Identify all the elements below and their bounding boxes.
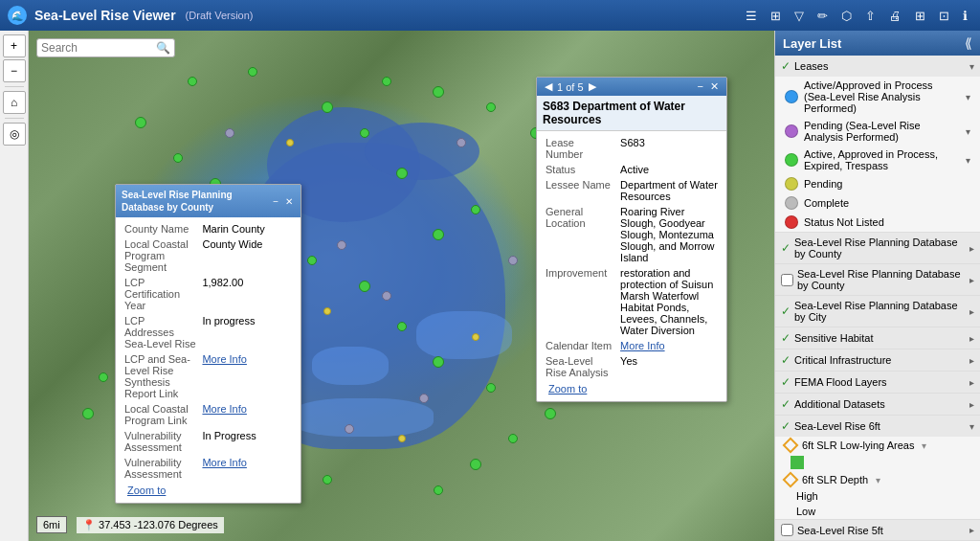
lease-popup-close[interactable]: ✕: [708, 80, 721, 93]
lcp-synthesis-value[interactable]: More Info: [199, 351, 295, 401]
layer-panel: Layer List ⟪ ✓ Leases ▾ Active/Approved …: [774, 31, 980, 541]
layer-group-slr-county-2-header[interactable]: Sea-Level Rise Planning Database by Coun…: [775, 264, 980, 295]
layer-group-slr-5ft-header[interactable]: Sea-Level Rise 5ft ▸: [775, 520, 980, 540]
county-name-label: County Name: [122, 221, 199, 237]
checkmark-icon-city: ✓: [781, 304, 791, 318]
lease-popup-minimize[interactable]: −: [696, 80, 705, 92]
county-zoom-to[interactable]: Zoom to: [122, 482, 295, 499]
layer-group-critical: ✓ Critical Infrastructure ▸: [775, 349, 980, 372]
options-icon-depth[interactable]: ▾: [876, 475, 880, 485]
checkmark-icon-fema: ✓: [781, 375, 791, 389]
info-icon-btn[interactable]: ℹ: [958, 7, 972, 25]
zoom-in-button[interactable]: +: [3, 34, 26, 57]
table-row: LCP Certification Year 1,982.00: [122, 275, 295, 313]
nav-prev[interactable]: ◀: [543, 80, 554, 93]
home-button[interactable]: ⌂: [3, 91, 26, 114]
layer-group-slr-6ft: ✓ Sea-Level Rise 6ft ▾ 6ft SLR Low-lying…: [775, 416, 980, 520]
fema-label: FEMA Flood Layers: [794, 376, 887, 388]
layer-group-slr-city-header[interactable]: ✓ Sea-Level Rise Planning Database by Ci…: [775, 296, 980, 327]
chevron-right-icon-5ft: ▸: [969, 525, 974, 535]
more-info-link-2[interactable]: More Info: [202, 403, 246, 415]
layer-group-additional-header[interactable]: ✓ Additional Datasets ▸: [775, 394, 980, 415]
layer-group-fema: ✓ FEMA Flood Layers ▸: [775, 372, 980, 394]
zoom-out-button[interactable]: −: [3, 59, 26, 82]
options-icon-3[interactable]: ▾: [966, 155, 970, 166]
list-item[interactable]: Active/Approved in Process (Sea-Level Ri…: [775, 77, 980, 117]
list-item[interactable]: Active, Approved in Process, Expired, Tr…: [775, 146, 980, 174]
grid-icon-btn[interactable]: ⊞: [910, 7, 930, 25]
calendar-more-info[interactable]: More Info: [620, 340, 664, 351]
options-icon-1[interactable]: ▾: [966, 92, 970, 102]
list-item[interactable]: Complete: [775, 193, 980, 213]
layer-group-slr-city: ✓ Sea-Level Rise Planning Database by Ci…: [775, 296, 980, 327]
vuln-assess-link-label: Vulnerability Assessment: [122, 455, 199, 482]
expand-icon-btn[interactable]: ⊡: [934, 7, 954, 25]
lcp-link-label: Local Coastal Program Link: [122, 401, 199, 428]
layer-group-fema-header[interactable]: ✓ FEMA Flood Layers ▸: [775, 372, 980, 393]
options-icon-2[interactable]: ▾: [966, 126, 970, 137]
layer-panel-collapse[interactable]: ⟪: [965, 35, 972, 51]
slr-5ft-checkbox[interactable]: [781, 524, 793, 536]
more-info-link-3[interactable]: More Info: [202, 457, 246, 468]
coordinates-text: 37.453 -123.076 Degrees: [99, 519, 218, 530]
lcp-cert-year-label: LCP Certification Year: [122, 275, 199, 313]
county-name-value: Marin County: [199, 221, 295, 237]
list-item: High: [775, 488, 980, 504]
edit-icon-btn[interactable]: ✏: [813, 7, 833, 25]
list-item[interactable]: Pending (Sea-Level Rise Analysis Perform…: [775, 117, 980, 146]
list-item[interactable]: Status Not Listed: [775, 213, 980, 232]
layer-group-sensitive-header[interactable]: ✓ Sensitive Habitat ▸: [775, 327, 980, 349]
county-popup-title: Sea-Level Rise Planning Database by Coun…: [122, 189, 271, 214]
layers-icon-btn[interactable]: ⊞: [766, 7, 786, 25]
more-info-link-1[interactable]: More Info: [202, 353, 246, 365]
county-popup-close[interactable]: ✕: [283, 196, 295, 207]
options-icon-low-lying[interactable]: ▾: [922, 440, 926, 451]
map-container[interactable]: 🔍 Sea-Level Rise Planning Database by Co…: [29, 31, 774, 541]
slr-county-2-checkbox[interactable]: [781, 274, 793, 286]
search-input[interactable]: [41, 41, 156, 55]
share-icon-btn[interactable]: ⇧: [860, 7, 880, 25]
filter-icon-btn[interactable]: ▽: [790, 7, 809, 25]
layer-group-leases: ✓ Leases ▾ Active/Approved in Process (S…: [775, 56, 980, 233]
layer-group-leases-header[interactable]: ✓ Leases ▾: [775, 56, 980, 77]
layer-group-slr-county-1-header[interactable]: ✓ Sea-Level Rise Planning Database by Co…: [775, 233, 980, 263]
calendar-value[interactable]: More Info: [617, 338, 721, 353]
layer-group-slr-5ft: Sea-Level Rise 5ft ▸: [775, 520, 980, 541]
layer-group-slr-6ft-header[interactable]: ✓ Sea-Level Rise 6ft ▾: [775, 416, 980, 437]
lease-popup-body: Lease Number S683 Status Active Lessee N…: [537, 131, 726, 401]
table-row: Vulnerability Assessment More Info: [122, 455, 295, 482]
list-item: Low: [775, 504, 980, 519]
toolbar-divider: [5, 86, 24, 87]
print-icon-btn[interactable]: 🖨: [884, 7, 906, 25]
layer-group-critical-header[interactable]: ✓ Critical Infrastructure ▸: [775, 349, 980, 371]
list-item[interactable]: Pending: [775, 174, 980, 193]
draw-icon-btn[interactable]: ⬡: [836, 7, 857, 25]
layer-group-sensitive: ✓ Sensitive Habitat ▸: [775, 327, 980, 349]
list-item[interactable]: 6ft SLR Low-lying Areas ▾: [775, 437, 980, 454]
lease-popup-nav: ◀ 1 of 5 ▶ − ✕: [537, 78, 726, 96]
vuln-assess-link-value[interactable]: More Info: [199, 455, 295, 482]
search-button[interactable]: 🔍: [156, 41, 170, 55]
slr-overlay-2: [312, 347, 389, 385]
county-popup-minimize[interactable]: −: [271, 196, 280, 207]
lcp-link-value[interactable]: More Info: [199, 401, 295, 428]
list-item[interactable]: 6ft SLR Depth ▾: [775, 471, 980, 488]
header-toolbar: ☰ ⊞ ▽ ✏ ⬡ ⇧ 🖨 ⊞ ⊡ ℹ: [741, 7, 972, 25]
improvement-label: Improvement: [543, 265, 617, 338]
county-data-table: County Name Marin County Local Coastal P…: [122, 221, 295, 482]
lcp-segment-label: Local Coastal Program Segment: [122, 237, 199, 275]
lease-zoom-to[interactable]: Zoom to: [543, 380, 721, 397]
gen-loc-label: General Location: [543, 204, 617, 265]
lease-popup-buttons: − ✕: [696, 80, 722, 93]
locate-button[interactable]: ◎: [3, 123, 26, 146]
scale-bar: 6mi: [36, 516, 67, 533]
improvement-value: restoration and protection of Suisun Mar…: [617, 265, 721, 338]
slr-analysis-label: Sea-Level Rise Analysis: [543, 353, 617, 380]
lcp-cert-year-value: 1,982.00: [199, 275, 295, 313]
draft-label: (Draft Version): [186, 10, 254, 21]
nav-next[interactable]: ▶: [587, 80, 598, 93]
menu-icon-btn[interactable]: ☰: [741, 7, 762, 25]
table-row: General Location Roaring River Slough, G…: [543, 204, 721, 265]
legend-purple-dot: [785, 124, 798, 138]
map-search-bar[interactable]: 🔍: [36, 38, 175, 57]
